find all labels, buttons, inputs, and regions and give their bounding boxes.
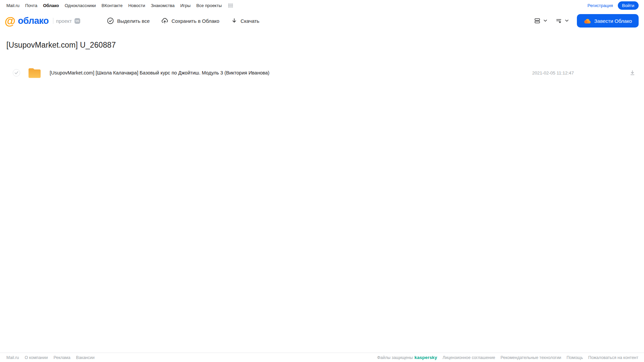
service-header: @ облако проект VK Выделить все: [0, 11, 644, 31]
select-all-label: Выделить все: [117, 18, 150, 24]
nav-item-oblako[interactable]: Облако: [43, 3, 59, 8]
check-icon: [14, 71, 18, 74]
footer-link-report[interactable]: Пожаловаться на контент: [588, 355, 638, 360]
portal-topbar: Mail.ru Почта Облако Одноклассники ВКонт…: [0, 0, 644, 11]
get-cloud-button-label: Завести Облако: [594, 18, 632, 24]
footer-link-jobs[interactable]: Вакансии: [76, 355, 95, 360]
nav-item-vkontakte[interactable]: ВКонтакте: [102, 3, 123, 8]
header-right-controls: Завести Облако: [534, 11, 639, 31]
vk-project-tag: проект VK: [53, 18, 80, 24]
save-to-cloud-button[interactable]: Сохранить в Облако: [161, 17, 219, 24]
chevron-down-icon: [565, 19, 569, 22]
download-label: Скачать: [241, 18, 259, 24]
select-all-icon: [107, 17, 114, 24]
nav-item-pochta[interactable]: Почта: [25, 3, 37, 8]
file-toolbar: Выделить все Сохранить в Облако Скачать: [107, 11, 259, 31]
row-checkbox[interactable]: [13, 69, 20, 76]
page-footer: Mail.ru О компании Реклама Вакансии Файл…: [0, 353, 644, 362]
vk-logo-icon: VK: [75, 18, 80, 24]
orange-cloud-icon: [584, 18, 591, 24]
footer-link-about[interactable]: О компании: [25, 355, 48, 360]
kaspersky-logo[interactable]: kaspersky: [414, 355, 437, 360]
select-all-button[interactable]: Выделить все: [107, 17, 150, 24]
login-button[interactable]: Войти: [618, 1, 639, 10]
footer-link-ads[interactable]: Реклама: [53, 355, 70, 360]
download-button[interactable]: Скачать: [231, 17, 259, 24]
file-name-link[interactable]: [UsupovMarket.com] [Школа Калачакра] Баз…: [50, 70, 269, 75]
kaspersky-protection: Файлы защищены kaspersky: [377, 355, 437, 360]
nav-item-mailru[interactable]: Mail.ru: [6, 3, 19, 8]
file-row[interactable]: [UsupovMarket.com] [Школа Калачакра] Баз…: [0, 64, 644, 81]
footer-left-links: Mail.ru О компании Реклама Вакансии: [6, 355, 95, 360]
footer-right-links: Файлы защищены kaspersky Лицензионное со…: [377, 355, 638, 360]
mailru-at-icon: @: [5, 15, 15, 27]
protected-by-label: Файлы защищены: [377, 355, 413, 360]
sort-icon: [555, 17, 562, 24]
nav-item-novosti[interactable]: Новости: [128, 3, 145, 8]
nav-item-igry[interactable]: Игры: [180, 3, 191, 8]
get-cloud-button[interactable]: Завести Облако: [577, 14, 639, 28]
nav-item-vse-proekty[interactable]: Все проекты: [196, 3, 222, 8]
folder-icon: [28, 67, 41, 79]
logo-divider: [53, 18, 53, 24]
nav-item-znakomstva[interactable]: Знакомства: [151, 3, 175, 8]
view-mode-icon: [534, 17, 541, 24]
sort-dropdown[interactable]: [555, 17, 569, 24]
view-mode-dropdown[interactable]: [534, 17, 547, 24]
portal-auth: Регистрация Войти: [588, 1, 639, 10]
nav-item-odnoklassniki[interactable]: Одноклассники: [65, 3, 96, 8]
cloud-logo[interactable]: @ облако проект VK: [5, 11, 80, 31]
row-download-icon[interactable]: [630, 70, 635, 75]
footer-link-recommendations[interactable]: Рекомендательные технологии: [500, 355, 561, 360]
chevron-down-icon: [543, 19, 547, 22]
footer-link-help[interactable]: Помощь: [566, 355, 583, 360]
apps-grid-icon[interactable]: [228, 3, 233, 8]
portal-nav: Mail.ru Почта Облако Одноклассники ВКонт…: [6, 3, 233, 8]
project-label: проект: [56, 18, 72, 24]
cloud-upload-icon: [161, 17, 168, 24]
footer-link-mailru[interactable]: Mail.ru: [6, 355, 19, 360]
download-arrow-icon: [231, 17, 238, 24]
file-date: 2021-02-05 11:12:47: [532, 70, 574, 75]
register-link[interactable]: Регистрация: [588, 3, 613, 8]
page-title: [UsupovMarket.com] U_260887: [6, 41, 116, 50]
cloud-logo-text: облако: [18, 16, 49, 26]
save-to-cloud-label: Сохранить в Облако: [171, 18, 219, 24]
footer-link-license[interactable]: Лицензионное соглашение: [443, 355, 495, 360]
